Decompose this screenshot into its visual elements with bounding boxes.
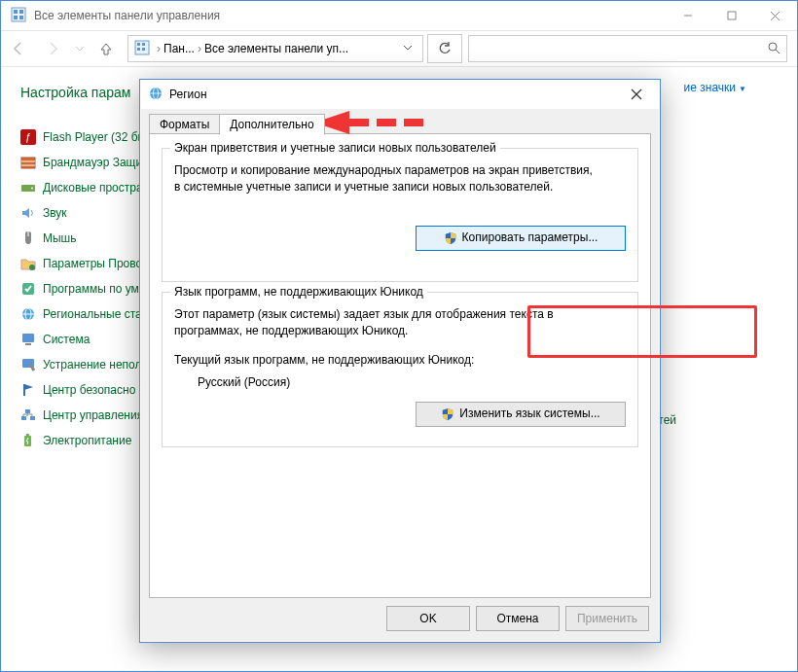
svg-rect-27 bbox=[22, 334, 34, 342]
cpl-label: Мышь bbox=[43, 231, 77, 245]
cpl-label: Центр управления bbox=[43, 408, 143, 422]
cpl-label: Flash Player (32 бит bbox=[43, 130, 150, 144]
folder-options-icon bbox=[20, 256, 36, 271]
svg-rect-32 bbox=[30, 416, 35, 420]
cpl-label: Брандмауэр Защи bbox=[43, 156, 142, 169]
cancel-button[interactable]: Отмена bbox=[476, 606, 560, 631]
svg-point-20 bbox=[31, 188, 33, 190]
breadcrumb-dropdown[interactable] bbox=[395, 42, 420, 55]
annotation-highlight bbox=[527, 305, 757, 358]
svg-rect-1 bbox=[14, 10, 18, 14]
breadcrumb[interactable]: › Пан... › Все элементы панели уп... bbox=[127, 35, 423, 62]
up-button[interactable] bbox=[89, 33, 124, 64]
view-mode-label: ие значки bbox=[684, 81, 736, 94]
breadcrumb-item[interactable]: Все элементы панели уп... bbox=[204, 42, 348, 55]
svg-rect-11 bbox=[142, 43, 145, 46]
globe-icon bbox=[20, 306, 36, 322]
button-label: Копировать параметры... bbox=[462, 230, 598, 246]
control-panel-icon bbox=[11, 7, 26, 25]
search-icon bbox=[767, 41, 780, 57]
flag-icon bbox=[20, 382, 36, 398]
forward-button[interactable] bbox=[36, 33, 71, 64]
close-button[interactable] bbox=[753, 1, 797, 30]
network-icon bbox=[20, 407, 36, 423]
cpl-label: Дисковые простра bbox=[43, 181, 143, 195]
svg-rect-10 bbox=[137, 43, 140, 46]
current-locale-value: Русский (Россия) bbox=[198, 374, 626, 391]
search-input[interactable] bbox=[468, 35, 787, 62]
view-mode-link[interactable]: ие значки▼ bbox=[684, 81, 746, 94]
recent-dropdown[interactable] bbox=[71, 33, 89, 64]
breadcrumb-item[interactable]: Пан... bbox=[163, 42, 195, 55]
svg-rect-6 bbox=[728, 12, 736, 19]
region-dialog: Регион Форматы Дополнительно Экран приве… bbox=[139, 79, 661, 643]
refresh-button[interactable] bbox=[427, 34, 462, 63]
globe-clock-icon bbox=[148, 86, 163, 104]
storage-icon bbox=[20, 180, 36, 195]
svg-line-15 bbox=[776, 50, 780, 53]
firewall-icon bbox=[20, 155, 36, 170]
group-legend: Язык программ, не поддерживающих Юникод bbox=[170, 285, 427, 299]
svg-rect-33 bbox=[25, 409, 30, 413]
maximize-button[interactable] bbox=[709, 1, 753, 30]
dialog-footer: OK Отмена Применить bbox=[386, 606, 649, 631]
svg-rect-31 bbox=[21, 416, 26, 420]
tab-formats[interactable]: Форматы bbox=[149, 114, 220, 135]
svg-rect-2 bbox=[19, 10, 23, 14]
apply-button[interactable]: Применить bbox=[565, 606, 649, 631]
flash-icon: ƒ bbox=[20, 129, 36, 145]
dialog-titlebar: Регион bbox=[140, 80, 660, 109]
back-button[interactable] bbox=[1, 33, 36, 64]
cpl-label: Параметры Прово bbox=[43, 257, 142, 270]
cpl-label: Звук bbox=[43, 206, 67, 220]
change-system-locale-button[interactable]: Изменить язык системы... bbox=[416, 402, 626, 427]
svg-rect-28 bbox=[25, 343, 31, 345]
wrench-icon bbox=[20, 357, 36, 372]
svg-point-14 bbox=[769, 43, 777, 51]
tabstrip: Форматы Дополнительно bbox=[149, 113, 324, 134]
minimize-button[interactable] bbox=[666, 1, 709, 30]
group-text: Просмотр и копирование международных пар… bbox=[174, 162, 593, 196]
uac-shield-icon bbox=[441, 407, 454, 421]
cpl-label: Система bbox=[43, 333, 90, 346]
dialog-close-button[interactable] bbox=[617, 82, 656, 107]
chevron-down-icon: ▼ bbox=[739, 85, 746, 93]
svg-rect-12 bbox=[137, 48, 140, 51]
ok-button[interactable]: OK bbox=[386, 606, 470, 631]
svg-rect-4 bbox=[19, 16, 23, 19]
chevron-right-icon: › bbox=[157, 42, 161, 55]
window-title: Все элементы панели управления bbox=[34, 9, 666, 22]
window-controls bbox=[666, 1, 797, 30]
power-icon bbox=[20, 433, 36, 448]
breadcrumb-icon bbox=[134, 40, 150, 58]
dialog-client: Форматы Дополнительно Экран приветствия … bbox=[141, 109, 659, 641]
defaults-icon bbox=[20, 281, 36, 297]
speaker-icon bbox=[20, 205, 36, 221]
button-label: Изменить язык системы... bbox=[459, 406, 599, 422]
toolbar: › Пан... › Все элементы панели уп... bbox=[1, 30, 797, 67]
cpl-label: Устранение непол bbox=[43, 358, 142, 371]
mouse-icon bbox=[20, 230, 36, 246]
cpl-label: Региональные ста bbox=[43, 307, 142, 321]
chevron-right-icon: › bbox=[198, 42, 201, 55]
group-welcome-screen: Экран приветствия и учетные записи новых… bbox=[162, 148, 638, 282]
tab-page-advanced: Экран приветствия и учетные записи новых… bbox=[149, 133, 651, 598]
titlebar: Все элементы панели управления bbox=[1, 1, 797, 30]
cpl-label: Электропитание bbox=[43, 434, 131, 447]
svg-rect-3 bbox=[14, 16, 18, 19]
cpl-label: Программы по ум bbox=[43, 282, 139, 296]
copy-settings-button[interactable]: Копировать параметры... bbox=[416, 226, 626, 251]
tab-advanced[interactable]: Дополнительно bbox=[219, 114, 324, 135]
svg-rect-13 bbox=[142, 48, 145, 51]
uac-shield-icon bbox=[444, 231, 457, 245]
svg-point-22 bbox=[29, 265, 35, 270]
system-icon bbox=[20, 332, 36, 347]
group-legend: Экран приветствия и учетные записи новых… bbox=[170, 141, 500, 155]
svg-rect-35 bbox=[26, 434, 29, 436]
dialog-title: Регион bbox=[169, 88, 617, 101]
svg-rect-16 bbox=[21, 158, 35, 168]
cpl-label: Центр безопасно bbox=[43, 383, 135, 397]
